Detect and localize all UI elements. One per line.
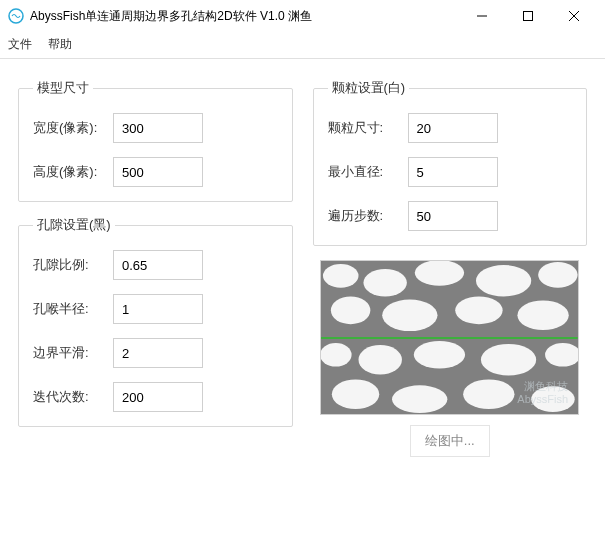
- minimize-button[interactable]: [459, 0, 505, 32]
- min-diam-row: 最小直径:: [328, 157, 573, 187]
- throat-row: 孔喉半径:: [33, 294, 278, 324]
- svg-point-22: [464, 379, 515, 409]
- pore-ratio-row: 孔隙比例:: [33, 250, 278, 280]
- height-row: 高度(像素):: [33, 157, 278, 187]
- preview-image: 渊鱼科技 AbyssFish: [320, 260, 579, 415]
- right-column: 颗粒设置(白) 颗粒尺寸: 最小直径: 遍历步数:: [313, 79, 588, 457]
- particle-settings-legend: 颗粒设置(白): [328, 79, 410, 97]
- svg-point-10: [539, 262, 578, 288]
- steps-row: 遍历步数:: [328, 201, 573, 231]
- svg-point-7: [364, 269, 407, 297]
- svg-point-8: [415, 261, 464, 286]
- menu-separator: [0, 58, 605, 59]
- smooth-input[interactable]: [113, 338, 203, 368]
- svg-point-15: [321, 343, 352, 367]
- particle-size-input[interactable]: [408, 113, 498, 143]
- iter-label: 迭代次数:: [33, 388, 113, 406]
- steps-label: 遍历步数:: [328, 207, 408, 225]
- height-label: 高度(像素):: [33, 163, 113, 181]
- iter-row: 迭代次数:: [33, 382, 278, 412]
- window-title: AbyssFish单连通周期边界多孔结构2D软件 V1.0 渊鱼: [30, 8, 459, 25]
- pore-ratio-label: 孔隙比例:: [33, 256, 113, 274]
- throat-label: 孔喉半径:: [33, 300, 113, 318]
- maximize-button[interactable]: [505, 0, 551, 32]
- svg-point-9: [476, 265, 531, 297]
- smooth-label: 边界平滑:: [33, 344, 113, 362]
- smooth-row: 边界平滑:: [33, 338, 278, 368]
- min-diam-input[interactable]: [408, 157, 498, 187]
- model-size-legend: 模型尺寸: [33, 79, 93, 97]
- svg-point-17: [414, 341, 465, 369]
- left-column: 模型尺寸 宽度(像素): 高度(像素): 孔隙设置(黑) 孔隙比例: 孔喉半径:…: [18, 79, 293, 457]
- watermark-line1: 渊鱼科技: [517, 380, 568, 393]
- svg-point-12: [383, 299, 438, 331]
- pore-settings-legend: 孔隙设置(黑): [33, 216, 115, 234]
- drawing-status: 绘图中...: [410, 425, 490, 457]
- svg-point-21: [392, 385, 447, 413]
- model-size-group: 模型尺寸 宽度(像素): 高度(像素):: [18, 79, 293, 202]
- svg-point-13: [456, 297, 503, 325]
- pore-settings-group: 孔隙设置(黑) 孔隙比例: 孔喉半径: 边界平滑: 迭代次数:: [18, 216, 293, 427]
- min-diam-label: 最小直径:: [328, 163, 408, 181]
- pore-ratio-input[interactable]: [113, 250, 203, 280]
- menu-bar: 文件 帮助: [0, 32, 605, 56]
- svg-point-6: [323, 264, 359, 288]
- iter-input[interactable]: [113, 382, 203, 412]
- preview-section: 渊鱼科技 AbyssFish 绘图中...: [313, 260, 588, 457]
- watermark-line2: AbyssFish: [517, 393, 568, 406]
- particle-size-label: 颗粒尺寸:: [328, 119, 408, 137]
- watermark: 渊鱼科技 AbyssFish: [517, 380, 568, 406]
- svg-point-16: [359, 345, 402, 375]
- title-bar: AbyssFish单连通周期边界多孔结构2D软件 V1.0 渊鱼: [0, 0, 605, 32]
- throat-input[interactable]: [113, 294, 203, 324]
- svg-point-20: [332, 379, 379, 409]
- close-button[interactable]: [551, 0, 597, 32]
- main-content: 模型尺寸 宽度(像素): 高度(像素): 孔隙设置(黑) 孔隙比例: 孔喉半径:…: [0, 69, 605, 473]
- window-controls: [459, 0, 597, 32]
- svg-point-14: [518, 300, 569, 330]
- menu-file[interactable]: 文件: [8, 36, 32, 53]
- width-row: 宽度(像素):: [33, 113, 278, 143]
- steps-input[interactable]: [408, 201, 498, 231]
- height-input[interactable]: [113, 157, 203, 187]
- menu-help[interactable]: 帮助: [48, 36, 72, 53]
- particle-settings-group: 颗粒设置(白) 颗粒尺寸: 最小直径: 遍历步数:: [313, 79, 588, 246]
- svg-point-18: [481, 344, 536, 376]
- svg-point-11: [331, 297, 370, 325]
- width-label: 宽度(像素):: [33, 119, 113, 137]
- svg-rect-2: [524, 12, 533, 21]
- particle-size-row: 颗粒尺寸:: [328, 113, 573, 143]
- width-input[interactable]: [113, 113, 203, 143]
- app-icon: [8, 8, 24, 24]
